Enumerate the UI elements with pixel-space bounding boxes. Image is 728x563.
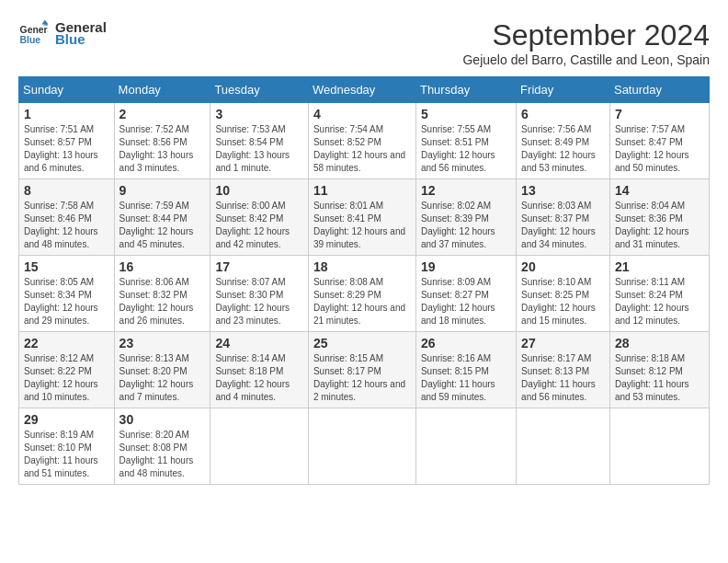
calendar-cell: 4Sunrise: 7:54 AMSunset: 8:52 PMDaylight… — [308, 103, 415, 179]
calendar-cell: 21Sunrise: 8:11 AMSunset: 8:24 PMDayligh… — [609, 256, 709, 332]
day-number: 25 — [313, 336, 411, 350]
calendar-cell: 11Sunrise: 8:01 AMSunset: 8:41 PMDayligh… — [308, 179, 415, 256]
day-number: 24 — [215, 336, 303, 350]
calendar-body: 1Sunrise: 7:51 AMSunset: 8:57 PMDaylight… — [19, 103, 710, 485]
day-info: Sunrise: 8:19 AMSunset: 8:10 PMDaylight:… — [24, 429, 109, 480]
calendar-cell: 6Sunrise: 7:56 AMSunset: 8:49 PMDaylight… — [517, 103, 610, 179]
day-info: Sunrise: 8:06 AMSunset: 8:32 PMDaylight:… — [119, 276, 206, 327]
day-info: Sunrise: 8:20 AMSunset: 8:08 PMDaylight:… — [119, 429, 206, 480]
calendar-cell: 24Sunrise: 8:14 AMSunset: 8:18 PMDayligh… — [210, 332, 309, 408]
day-info: Sunrise: 7:56 AMSunset: 8:49 PMDaylight:… — [521, 123, 605, 175]
calendar-cell: 29Sunrise: 8:19 AMSunset: 8:10 PMDayligh… — [19, 408, 115, 485]
day-info: Sunrise: 8:17 AMSunset: 8:13 PMDaylight:… — [521, 352, 605, 404]
day-number: 17 — [215, 259, 303, 274]
day-number: 2 — [119, 107, 206, 121]
day-number: 30 — [119, 412, 206, 427]
day-info: Sunrise: 7:51 AMSunset: 8:57 PMDaylight:… — [24, 123, 109, 175]
logo-icon: General Blue — [18, 18, 48, 48]
calendar-cell: 2Sunrise: 7:52 AMSunset: 8:56 PMDaylight… — [114, 103, 210, 179]
day-number: 22 — [24, 336, 109, 350]
day-number: 11 — [313, 183, 411, 198]
day-number: 27 — [521, 336, 605, 350]
weekday-header-row: SundayMondayTuesdayWednesdayThursdayFrid… — [19, 77, 710, 103]
day-info: Sunrise: 8:05 AMSunset: 8:34 PMDaylight:… — [24, 276, 109, 327]
day-number: 4 — [313, 107, 411, 121]
weekday-header-thursday: Thursday — [415, 77, 516, 103]
day-number: 10 — [215, 183, 303, 198]
day-number: 16 — [119, 259, 206, 274]
calendar-cell: 20Sunrise: 8:10 AMSunset: 8:25 PMDayligh… — [517, 256, 610, 332]
logo: General Blue General Blue — [18, 18, 107, 48]
week-row-5: 29Sunrise: 8:19 AMSunset: 8:10 PMDayligh… — [19, 408, 710, 485]
day-number: 28 — [615, 336, 704, 350]
day-number: 3 — [215, 107, 303, 121]
calendar-cell: 1Sunrise: 7:51 AMSunset: 8:57 PMDaylight… — [19, 103, 115, 179]
day-info: Sunrise: 7:52 AMSunset: 8:56 PMDaylight:… — [119, 123, 206, 175]
calendar-cell: 16Sunrise: 8:06 AMSunset: 8:32 PMDayligh… — [114, 256, 210, 332]
day-number: 6 — [521, 107, 605, 121]
day-number: 15 — [24, 259, 109, 274]
calendar-cell — [609, 408, 709, 485]
calendar-cell — [517, 408, 610, 485]
svg-text:General: General — [20, 25, 48, 35]
day-number: 8 — [24, 183, 109, 198]
day-number: 14 — [615, 183, 704, 198]
calendar-cell: 27Sunrise: 8:17 AMSunset: 8:13 PMDayligh… — [517, 332, 610, 408]
title-area: September 2024 Gejuelo del Barro, Castil… — [462, 18, 710, 67]
day-info: Sunrise: 7:53 AMSunset: 8:54 PMDaylight:… — [215, 123, 303, 175]
week-row-1: 1Sunrise: 7:51 AMSunset: 8:57 PMDaylight… — [19, 103, 710, 179]
day-number: 21 — [615, 259, 704, 274]
calendar-cell: 3Sunrise: 7:53 AMSunset: 8:54 PMDaylight… — [210, 103, 309, 179]
day-info: Sunrise: 8:13 AMSunset: 8:20 PMDaylight:… — [119, 352, 206, 404]
day-info: Sunrise: 8:01 AMSunset: 8:41 PMDaylight:… — [313, 200, 411, 251]
day-info: Sunrise: 7:59 AMSunset: 8:44 PMDaylight:… — [119, 200, 206, 251]
calendar-cell: 15Sunrise: 8:05 AMSunset: 8:34 PMDayligh… — [19, 256, 115, 332]
day-number: 23 — [119, 336, 206, 350]
location-title: Gejuelo del Barro, Castille and Leon, Sp… — [462, 52, 710, 67]
day-info: Sunrise: 8:18 AMSunset: 8:12 PMDaylight:… — [615, 352, 704, 404]
calendar-cell: 28Sunrise: 8:18 AMSunset: 8:12 PMDayligh… — [609, 332, 709, 408]
weekday-header-monday: Monday — [114, 77, 210, 103]
calendar-cell: 10Sunrise: 8:00 AMSunset: 8:42 PMDayligh… — [210, 179, 309, 256]
month-title: September 2024 — [462, 18, 710, 52]
day-number: 29 — [24, 412, 109, 427]
weekday-header-sunday: Sunday — [19, 77, 115, 103]
calendar-cell: 12Sunrise: 8:02 AMSunset: 8:39 PMDayligh… — [415, 179, 516, 256]
calendar-cell — [415, 408, 516, 485]
calendar-cell: 13Sunrise: 8:03 AMSunset: 8:37 PMDayligh… — [517, 179, 610, 256]
day-info: Sunrise: 8:07 AMSunset: 8:30 PMDaylight:… — [215, 276, 303, 327]
calendar-table: SundayMondayTuesdayWednesdayThursdayFrid… — [18, 76, 710, 485]
day-number: 5 — [421, 107, 511, 121]
day-number: 18 — [313, 259, 411, 274]
calendar-cell: 22Sunrise: 8:12 AMSunset: 8:22 PMDayligh… — [19, 332, 115, 408]
day-number: 20 — [521, 259, 605, 274]
day-info: Sunrise: 7:55 AMSunset: 8:51 PMDaylight:… — [421, 123, 511, 175]
weekday-header-wednesday: Wednesday — [308, 77, 415, 103]
day-info: Sunrise: 8:02 AMSunset: 8:39 PMDaylight:… — [421, 200, 511, 251]
day-info: Sunrise: 8:09 AMSunset: 8:27 PMDaylight:… — [421, 276, 511, 327]
day-number: 9 — [119, 183, 206, 198]
calendar-cell: 30Sunrise: 8:20 AMSunset: 8:08 PMDayligh… — [114, 408, 210, 485]
svg-text:Blue: Blue — [20, 35, 41, 45]
week-row-2: 8Sunrise: 7:58 AMSunset: 8:46 PMDaylight… — [19, 179, 710, 256]
day-info: Sunrise: 8:15 AMSunset: 8:17 PMDaylight:… — [313, 352, 411, 404]
day-info: Sunrise: 8:11 AMSunset: 8:24 PMDaylight:… — [615, 276, 704, 327]
calendar-cell: 25Sunrise: 8:15 AMSunset: 8:17 PMDayligh… — [308, 332, 415, 408]
calendar-cell: 23Sunrise: 8:13 AMSunset: 8:20 PMDayligh… — [114, 332, 210, 408]
day-info: Sunrise: 8:16 AMSunset: 8:15 PMDaylight:… — [421, 352, 511, 404]
calendar-cell: 17Sunrise: 8:07 AMSunset: 8:30 PMDayligh… — [210, 256, 309, 332]
calendar-cell: 14Sunrise: 8:04 AMSunset: 8:36 PMDayligh… — [609, 179, 709, 256]
calendar-cell: 8Sunrise: 7:58 AMSunset: 8:46 PMDaylight… — [19, 179, 115, 256]
day-number: 26 — [421, 336, 511, 350]
day-number: 12 — [421, 183, 511, 198]
header: General Blue General Blue September 2024… — [18, 18, 710, 67]
week-row-4: 22Sunrise: 8:12 AMSunset: 8:22 PMDayligh… — [19, 332, 710, 408]
day-info: Sunrise: 7:57 AMSunset: 8:47 PMDaylight:… — [615, 123, 704, 175]
calendar-cell: 5Sunrise: 7:55 AMSunset: 8:51 PMDaylight… — [415, 103, 516, 179]
calendar-cell: 26Sunrise: 8:16 AMSunset: 8:15 PMDayligh… — [415, 332, 516, 408]
day-info: Sunrise: 8:08 AMSunset: 8:29 PMDaylight:… — [313, 276, 411, 327]
calendar-cell — [308, 408, 415, 485]
week-row-3: 15Sunrise: 8:05 AMSunset: 8:34 PMDayligh… — [19, 256, 710, 332]
day-info: Sunrise: 8:14 AMSunset: 8:18 PMDaylight:… — [215, 352, 303, 404]
day-info: Sunrise: 8:00 AMSunset: 8:42 PMDaylight:… — [215, 200, 303, 251]
